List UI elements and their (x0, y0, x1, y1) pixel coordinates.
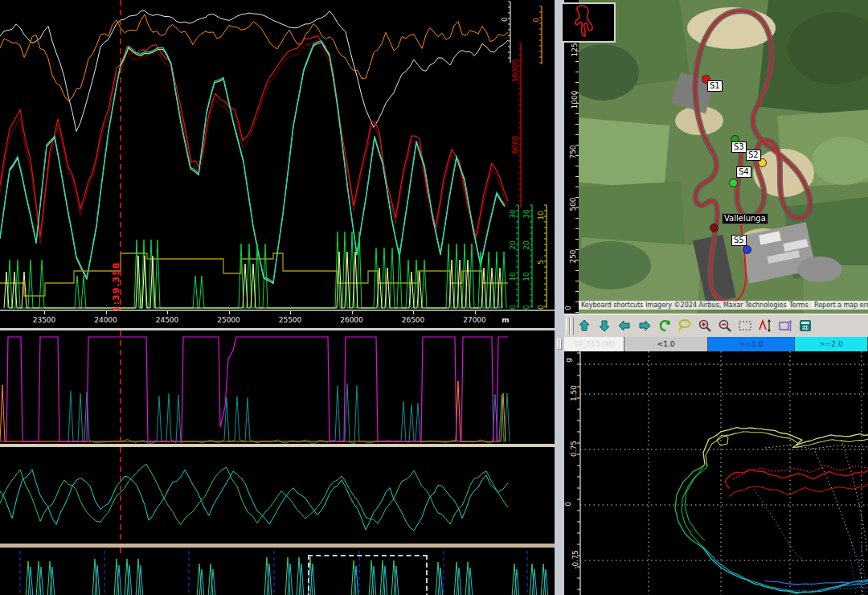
map-scale-label: 750 (569, 145, 577, 158)
map-attribution-shortcuts[interactable]: Keyboard shortcuts (579, 301, 646, 310)
zoom-selection-rect[interactable] (308, 555, 428, 595)
throttle-graph-panel[interactable] (0, 328, 555, 446)
distance-axis: 2350024000245002500025500260002650027000… (0, 310, 555, 330)
measure-window-icon (777, 318, 793, 334)
gg-yellow-1 (703, 428, 868, 465)
toolbar-grip[interactable] (570, 318, 574, 334)
axis-red-label: 8000 (511, 135, 519, 154)
gg-speed-legend: TP_515 [M]<1.0>=1.0>=2.0 (564, 337, 868, 351)
axis-green-2-label: 30 (522, 209, 530, 219)
main-graph-panel[interactable]: 00160008000302010030201001050 (0, 0, 555, 310)
axis-tick (352, 311, 353, 314)
axis-tick-label: 26000 (340, 316, 363, 324)
sector-marker-label[interactable]: S5 (731, 235, 747, 246)
sector-marker-label[interactable]: Vallelunga (722, 213, 768, 224)
map-scale-axis: 125010007505002500 (564, 0, 579, 314)
pan-down-button[interactable] (596, 317, 614, 335)
legend-cell[interactable]: >=1.0 (708, 337, 795, 351)
map-attribution-imagery: Imagery ©2024 Airbus, Maxar Technologies (643, 301, 789, 310)
gg-blue-1 (765, 581, 868, 585)
map-toolbar (564, 314, 868, 339)
axis-green-2-label: 0 (522, 305, 530, 310)
undo-zoom-icon (657, 318, 673, 334)
lasso-select-icon (677, 318, 693, 334)
axis-green-1-label: 30 (509, 209, 517, 219)
zoom-window-button[interactable] (736, 317, 755, 335)
gg-red-1 (725, 470, 868, 488)
sector-marker-dot[interactable] (743, 245, 751, 254)
track-inset-map (561, 2, 616, 43)
throttle-trace-magenta (0, 337, 508, 441)
axis-tick (475, 311, 476, 314)
axis-tick (44, 311, 45, 314)
pan-down-icon (596, 318, 612, 334)
pan-left-icon (616, 318, 633, 334)
legend-cell[interactable]: >=2.0 (795, 337, 868, 351)
inset-track-outline (575, 6, 592, 36)
pan-right-icon (637, 318, 653, 334)
undo-zoom-button[interactable] (656, 317, 674, 335)
calculator-button[interactable] (796, 317, 815, 335)
satellite-map[interactable]: S1S3S2S4VallelungaS5 Keyboard shortcutsI… (579, 0, 868, 314)
legend-cell[interactable]: TP_515 [M] (564, 337, 624, 351)
map-attribution-report[interactable]: Report a map error (812, 301, 868, 310)
gg-axis-label: 0 (564, 502, 572, 507)
laptime-cursor-label: 1:39.358 (111, 261, 121, 312)
axis-tick-label: 27000 (463, 316, 486, 324)
axis-tick-label: 24500 (156, 316, 179, 324)
gg-gray-diag-2 (841, 440, 867, 552)
zoom-out-icon (717, 318, 733, 334)
map-terrain (579, 0, 868, 314)
telemetry-workspace: 00160008000302010030201001050 2350024000… (0, 0, 868, 595)
axis-yellow-label: 5 (537, 260, 545, 265)
zoom-in-icon (697, 318, 713, 334)
map-scale-label: 250 (569, 249, 577, 263)
lateral-graph-panel[interactable] (0, 444, 555, 547)
pan-left-button[interactable] (616, 317, 634, 335)
gg-cyan-1 (702, 548, 868, 594)
signal-scale-button[interactable] (756, 317, 775, 335)
axis-orange-label: 0 (532, 18, 540, 23)
sector-marker-dot[interactable] (710, 224, 719, 232)
sector-marker-label[interactable]: S1 (707, 80, 723, 92)
legend-cell[interactable]: <1.0 (624, 337, 708, 351)
pan-right-button[interactable] (636, 317, 654, 335)
axis-green-2-label: 20 (522, 240, 530, 250)
legend-grip[interactable] (555, 337, 564, 351)
axis-tick (229, 311, 230, 314)
gg-diagram[interactable]: g1.500.750-0.75 (564, 351, 868, 595)
axis-green-1-label: 20 (509, 240, 517, 250)
gg-green-1 (675, 465, 705, 548)
gg-axis-label: g (564, 358, 572, 363)
sector-marker-label[interactable]: S2 (746, 150, 761, 161)
gg-red-3 (733, 466, 868, 479)
gg-axis-label: -0.75 (571, 550, 579, 568)
axis-tick (106, 311, 107, 314)
sector-marker-label[interactable]: S4 (736, 166, 751, 178)
pan-up-button[interactable] (575, 317, 594, 335)
axis-yellow-label: 10 (537, 211, 545, 220)
sector-marker-dot[interactable] (729, 178, 738, 187)
axis-green-2-label: 10 (522, 272, 530, 281)
calculator-icon (797, 318, 813, 334)
measure-window-button[interactable] (776, 317, 795, 335)
lasso-select-button[interactable] (676, 317, 694, 335)
pedal-trace-teal (68, 384, 510, 444)
axis-tick-label: 25000 (217, 316, 240, 324)
zoom-in-button[interactable] (696, 317, 714, 335)
pan-up-icon (576, 318, 592, 334)
gg-teal-diag (754, 489, 804, 561)
rpm-trace-red (0, 35, 508, 237)
axis-tick (413, 311, 414, 314)
right-pane: 125010007505002500 (555, 0, 868, 595)
lap-overview-panel[interactable]: 995288 (0, 544, 555, 595)
zoom-out-button[interactable] (716, 317, 735, 335)
speed-trace-yellowgreen (0, 43, 505, 284)
map-scale-label: 0 (564, 306, 572, 310)
map-attribution-terms[interactable]: Terms (787, 301, 814, 310)
axis-green-1-label: 0 (509, 305, 517, 310)
axis-tick-label: 25500 (279, 316, 302, 324)
graph-stack: 00160008000302010030201001050 2350024000… (0, 0, 555, 595)
sector-marker-label[interactable]: S3 (731, 142, 747, 153)
gg-axis-label: 1.50 (570, 385, 578, 401)
